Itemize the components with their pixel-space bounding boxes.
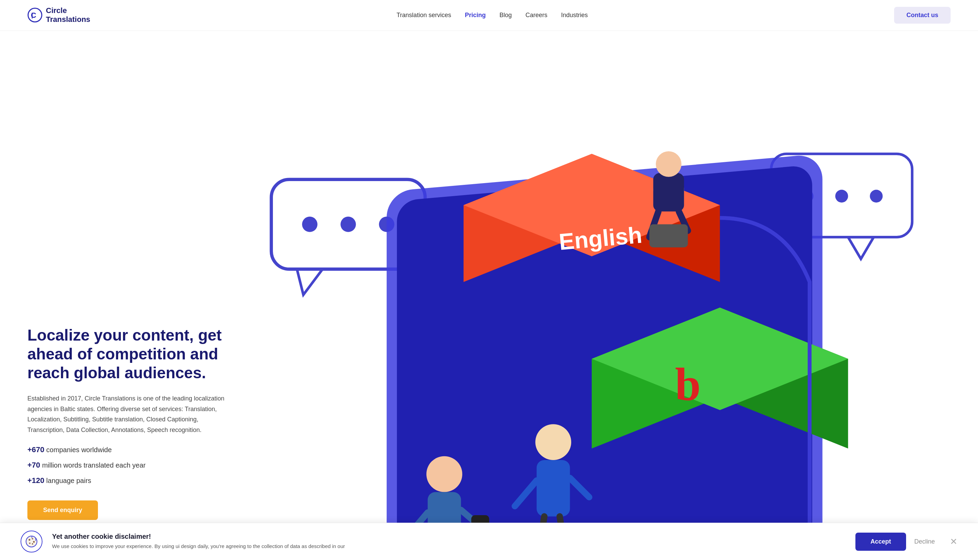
svg-point-36 xyxy=(535,424,571,460)
svg-text:b: b xyxy=(675,359,701,410)
accept-cookie-button[interactable]: Accept xyxy=(855,533,906,551)
cookie-banner: Yet another cookie disclaimer! We use co… xyxy=(0,523,978,560)
svg-point-54 xyxy=(26,536,37,547)
translation-services-link[interactable]: Translation services xyxy=(397,12,451,18)
hero-section: Localize your content, get ahead of comp… xyxy=(0,31,978,560)
svg-point-57 xyxy=(33,541,35,543)
hero-content: Localize your content, get ahead of comp… xyxy=(27,326,233,520)
decline-cookie-button[interactable]: Decline xyxy=(914,538,935,545)
svg-point-4 xyxy=(302,217,317,232)
svg-point-59 xyxy=(32,543,33,545)
close-cookie-button[interactable]: ✕ xyxy=(950,537,958,546)
cookie-description: We use cookies to improve your experienc… xyxy=(52,543,846,550)
svg-marker-12 xyxy=(848,237,874,259)
cookie-actions: Accept Decline xyxy=(855,533,935,551)
svg-point-58 xyxy=(29,543,30,544)
hero-stats: +670 companies worldwide +70 million wor… xyxy=(27,445,233,486)
blog-link[interactable]: Blog xyxy=(499,12,512,18)
svg-text:C: C xyxy=(31,11,36,20)
svg-rect-37 xyxy=(537,460,570,517)
industries-link[interactable]: Industries xyxy=(561,12,588,18)
navbar: C Circle Translations Translation servic… xyxy=(0,0,978,31)
svg-point-5 xyxy=(340,217,356,232)
nav-links: Translation services Pricing Blog Career… xyxy=(397,12,588,19)
svg-point-11 xyxy=(870,190,883,202)
svg-marker-7 xyxy=(297,269,322,295)
cookie-text-block: Yet another cookie disclaimer! We use co… xyxy=(52,533,846,550)
contact-us-button[interactable]: Contact us xyxy=(894,7,951,23)
logo-text: Circle Translations xyxy=(46,6,90,24)
svg-point-56 xyxy=(32,538,33,540)
hero-title: Localize your content, get ahead of comp… xyxy=(27,326,233,383)
logo-icon: C xyxy=(27,8,42,23)
hero-stat-languages: +120 language pairs xyxy=(27,475,233,486)
cookie-title: Yet another cookie disclaimer! xyxy=(52,533,846,540)
svg-point-21 xyxy=(656,151,681,177)
hero-illustration: English b xyxy=(233,51,951,560)
cookie-icon xyxy=(25,535,38,548)
svg-point-10 xyxy=(835,190,848,202)
svg-point-29 xyxy=(426,456,462,492)
hero-stat-companies: +670 companies worldwide xyxy=(27,445,233,455)
cookie-icon-wrapper xyxy=(20,530,42,552)
pricing-link[interactable]: Pricing xyxy=(465,12,486,18)
careers-link[interactable]: Careers xyxy=(525,12,547,18)
hero-illustration-container: English b xyxy=(233,51,951,560)
logo[interactable]: C Circle Translations xyxy=(27,6,90,24)
hero-description: Established in 2017, Circle Translations… xyxy=(27,393,233,435)
svg-rect-24 xyxy=(649,224,688,247)
svg-rect-20 xyxy=(653,173,684,211)
send-enquiry-button[interactable]: Send enquiry xyxy=(27,500,98,520)
hero-stat-words: +70 million words translated each year xyxy=(27,460,233,471)
svg-point-55 xyxy=(29,539,30,541)
